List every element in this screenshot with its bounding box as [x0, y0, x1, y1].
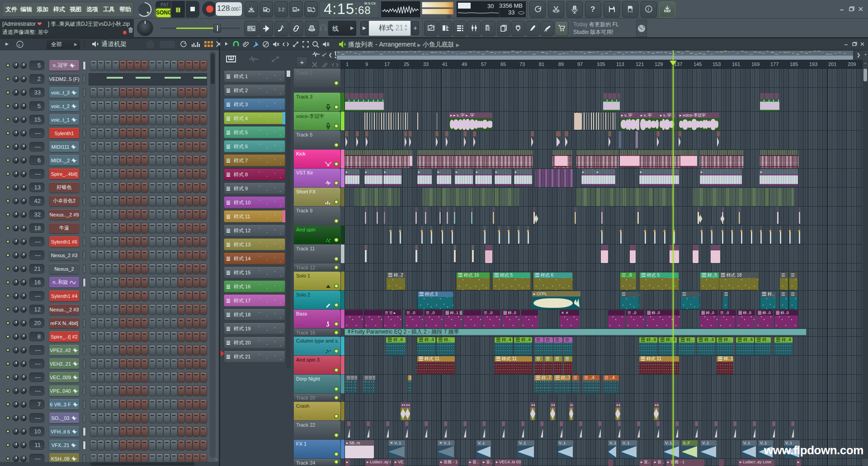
svg-text:i: i [648, 6, 649, 12]
svg-text:?: ? [590, 5, 595, 14]
svg-text:s: s [19, 43, 20, 47]
svg-text:3.2:: 3.2: [278, 7, 285, 12]
